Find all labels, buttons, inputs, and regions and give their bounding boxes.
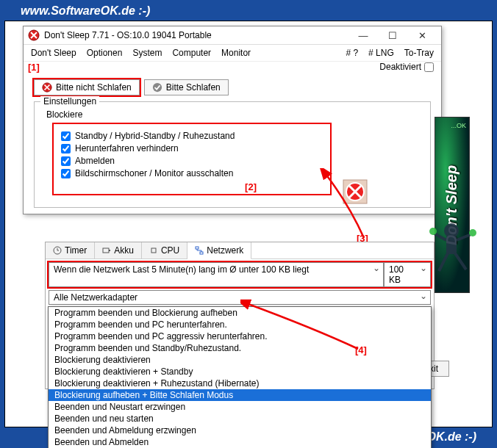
menu-computer[interactable]: Computer bbox=[172, 48, 211, 58]
tab-label: CPU bbox=[161, 245, 179, 256]
lower-tabs: Timer Akku CPU Netzwerk bbox=[46, 242, 434, 259]
network-rule-row: Wenn die Netzwerk Last 5 Minute(n) lang … bbox=[49, 262, 431, 287]
window-content: [1] Deaktiviert Bitte nicht Schlafen Bit… bbox=[24, 62, 441, 214]
tab-netzwerk[interactable]: Netzwerk bbox=[187, 242, 251, 259]
logo-ok: ...OK bbox=[451, 122, 466, 129]
einstellungen-group: Einstellungen Blockiere Standby / Hybrid… bbox=[34, 101, 431, 208]
svg-rect-12 bbox=[103, 248, 109, 253]
app-window: Don't Sleep 7.71 - OS:10.0 19041 Portabl… bbox=[23, 26, 442, 214]
tab-label: Akku bbox=[114, 245, 134, 256]
window-title: Don't Sleep 7.71 - OS:10.0 19041 Portabl… bbox=[44, 30, 348, 40]
blockiere-label: Blockiere bbox=[46, 109, 421, 120]
clock-icon bbox=[53, 246, 62, 255]
dropdown-item[interactable]: Beenden und Neustart erzwingen bbox=[49, 401, 431, 413]
check-label: Bildschirmschoner / Monitor ausschalten bbox=[75, 168, 233, 178]
svg-rect-13 bbox=[109, 250, 110, 251]
annotation-2: [2] bbox=[245, 181, 257, 192]
svg-rect-16 bbox=[200, 252, 203, 254]
tab-label: Bitte Schlafen bbox=[166, 82, 221, 93]
tab-akku[interactable]: Akku bbox=[95, 242, 142, 259]
tab-cpu[interactable]: CPU bbox=[142, 242, 187, 259]
action-dropdown[interactable]: Programm beenden und Blockierung aufhebe… bbox=[48, 306, 432, 448]
network-rule-combo[interactable]: Wenn die Netzwerk Last 5 Minute(n) lang … bbox=[49, 262, 384, 287]
check-label: Standby / Hybrid-Standby / Ruhezustand bbox=[75, 131, 235, 141]
deaktiviert-label: Deaktiviert bbox=[379, 62, 421, 72]
check-shutdown[interactable]: Herunterfahren verhindern bbox=[61, 143, 323, 153]
tab-label: Timer bbox=[65, 245, 87, 256]
svg-point-25 bbox=[429, 228, 437, 235]
svg-rect-14 bbox=[151, 248, 156, 253]
tab-bitte-nicht-schlafen[interactable]: Bitte nicht Schlafen bbox=[34, 79, 140, 95]
svg-line-23 bbox=[439, 253, 448, 271]
check-icon bbox=[152, 82, 162, 93]
checkbox[interactable] bbox=[61, 156, 71, 166]
battery-icon bbox=[102, 246, 111, 255]
checkbox[interactable] bbox=[61, 131, 71, 141]
dropdown-item[interactable]: Beenden und neu starten bbox=[49, 413, 431, 424]
svg-point-6 bbox=[153, 83, 162, 92]
mode-tabs: Bitte nicht Schlafen Bitte Schlafen bbox=[34, 79, 431, 95]
deaktiviert-row: Deaktiviert bbox=[379, 62, 434, 72]
menu-system[interactable]: System bbox=[132, 48, 162, 58]
svg-rect-20 bbox=[446, 236, 457, 254]
dropdown-item[interactable]: Blockierung deaktivieren + Standby bbox=[49, 366, 431, 377]
maximize-button[interactable]: ☐ bbox=[378, 30, 407, 41]
check-label: Herunterfahren verhindern bbox=[75, 143, 179, 153]
menu-optionen[interactable]: Optionen bbox=[87, 48, 123, 58]
network-icon bbox=[195, 246, 204, 255]
check-standby[interactable]: Standby / Hybrid-Standby / Ruhezustand bbox=[61, 131, 323, 141]
watermark-top: www.SoftwareOK.de :-) bbox=[21, 4, 150, 18]
check-logoff[interactable]: Abmelden bbox=[61, 156, 323, 166]
titlebar: Don't Sleep 7.71 - OS:10.0 19041 Portabl… bbox=[24, 26, 441, 45]
check-screensaver[interactable]: Bildschirmschoner / Monitor ausschalten bbox=[61, 168, 323, 178]
dropdown-item[interactable]: Programm beenden und Blockierung aufhebe… bbox=[49, 307, 431, 319]
svg-line-24 bbox=[455, 253, 466, 270]
dropdown-item[interactable]: Blockierung deaktivieren + Ruhezustand (… bbox=[49, 377, 431, 389]
svg-line-22 bbox=[457, 234, 471, 240]
dropdown-item[interactable]: Blockierung deaktivieren bbox=[49, 354, 431, 366]
check-label: Abmelden bbox=[75, 156, 115, 166]
annotation-1: [1] bbox=[28, 62, 40, 73]
block-checklist: Standby / Hybrid-Standby / Ruhezustand H… bbox=[52, 123, 332, 195]
close-button[interactable]: ✕ bbox=[407, 30, 437, 41]
dropdown-item[interactable]: Blockierung aufheben + Bitte Schlafen Mo… bbox=[49, 389, 431, 401]
dropdown-item[interactable]: Programm beenden und PC herunterfahren. bbox=[49, 319, 431, 330]
dropdown-item[interactable]: Programm beenden und Standby/Ruhezustand… bbox=[49, 342, 431, 354]
minimize-button[interactable]: — bbox=[348, 30, 378, 41]
network-adapter-combo[interactable]: Alle Netzwerkadapter bbox=[49, 290, 431, 305]
network-size-combo[interactable]: 100 KB bbox=[384, 262, 431, 287]
svg-point-26 bbox=[469, 229, 476, 236]
menu-lng[interactable]: # LNG bbox=[368, 48, 394, 58]
menu-hash[interactable]: # ? bbox=[346, 48, 358, 58]
tab-label: Bitte nicht Schlafen bbox=[56, 82, 132, 93]
annotation-4: [4] bbox=[355, 344, 367, 355]
menubar: Don't Sleep Optionen System Computer Mon… bbox=[24, 45, 441, 62]
prohibit-icon bbox=[42, 82, 52, 93]
deaktiviert-checkbox[interactable] bbox=[424, 62, 434, 72]
checkbox[interactable] bbox=[61, 144, 71, 153]
dropdown-item[interactable]: Programm beenden und PC aggressiv herunt… bbox=[49, 330, 431, 342]
menu-totray[interactable]: To-Tray bbox=[404, 48, 434, 58]
app-icon bbox=[28, 29, 40, 41]
svg-rect-15 bbox=[196, 247, 199, 249]
menu-dont-sleep[interactable]: Don't Sleep bbox=[31, 48, 76, 58]
cpu-icon bbox=[149, 246, 158, 255]
tab-timer[interactable]: Timer bbox=[46, 242, 95, 259]
outer-frame: Don't Sleep 7.71 - OS:10.0 19041 Portabl… bbox=[4, 21, 493, 427]
group-title: Einstellungen bbox=[40, 96, 99, 106]
dropdown-item[interactable]: Beenden und Abmelden bbox=[49, 436, 431, 448]
block-big-icon[interactable] bbox=[343, 179, 368, 204]
tab-label: Netzwerk bbox=[207, 245, 243, 256]
tab-bitte-schlafen[interactable]: Bitte Schlafen bbox=[144, 79, 229, 95]
checkbox[interactable] bbox=[61, 169, 71, 178]
dropdown-item[interactable]: Beenden und Abmeldung erzwingen bbox=[49, 424, 431, 436]
cartoon-figure bbox=[426, 220, 477, 278]
menu-monitor[interactable]: Monitor bbox=[221, 48, 251, 58]
